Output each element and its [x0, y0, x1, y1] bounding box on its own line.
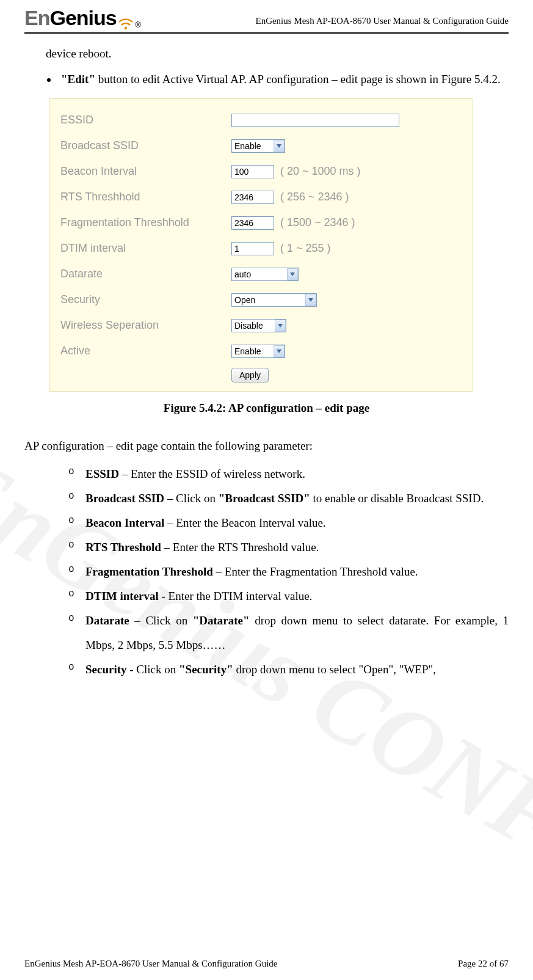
- svg-marker-4: [278, 324, 283, 327]
- list-item-bold: DTIM interval: [85, 590, 159, 602]
- list-item: DTIM interval - Enter the DTIM interval …: [68, 584, 509, 609]
- config-row: DTIM interval1( 1 ~ 255 ): [60, 236, 462, 261]
- list-item-text: – Click on: [164, 492, 219, 505]
- list-item-text2: drop down menu to select "Open", "WEP",: [233, 663, 436, 676]
- svg-marker-3: [308, 298, 313, 302]
- select-value: Enable: [234, 346, 271, 356]
- list-item: ESSID – Enter the ESSID of wireless netw…: [68, 462, 509, 486]
- list-item-text: – Enter the RTS Threshold value.: [161, 541, 319, 554]
- list-item: Broadcast SSID – Click on "Broadcast SSI…: [68, 486, 509, 511]
- logo-part-genius: Genius: [49, 6, 116, 29]
- config-label: DTIM interval: [60, 242, 231, 255]
- list-item-bold2: "Broadcast SSID": [219, 492, 310, 505]
- select-value: Disable: [234, 321, 272, 331]
- config-control: 2346( 1500 ~ 2346 ): [231, 216, 355, 230]
- config-row: ESSID: [60, 108, 462, 133]
- config-control: [231, 114, 399, 127]
- hint-text: ( 1 ~ 255 ): [280, 242, 331, 255]
- footer-right: Page 22 of 67: [458, 959, 509, 969]
- config-label: ESSID: [60, 114, 231, 126]
- list-item-bold: ESSID: [85, 467, 119, 480]
- select-value: Enable: [234, 141, 271, 151]
- svg-marker-2: [290, 272, 295, 276]
- select-dropdown[interactable]: Disable: [231, 319, 286, 332]
- config-row: Wireless SeperationDisable: [60, 313, 462, 338]
- select-dropdown[interactable]: Open: [231, 293, 317, 307]
- page-header: EnGenius ® EnGenius Mesh AP-EOA-8670 Use…: [24, 0, 509, 34]
- config-row: Beacon Interval100( 20 ~ 1000 ms ): [60, 159, 462, 185]
- chevron-down-icon: [274, 345, 285, 357]
- select-dropdown[interactable]: auto: [231, 268, 299, 281]
- config-control: 1( 1 ~ 255 ): [231, 242, 331, 255]
- top-line: device reboot.: [24, 41, 509, 67]
- select-value: Open: [234, 295, 303, 305]
- config-control: 100( 20 ~ 1000 ms ): [231, 165, 361, 178]
- text-input[interactable]: 1: [231, 242, 274, 255]
- list-item-text: – Enter the Fragmentation Threshold valu…: [213, 565, 418, 578]
- list-item-text: – Click on: [129, 614, 193, 627]
- svg-marker-5: [277, 349, 281, 353]
- list-item-text: – Enter the ESSID of wireless network.: [119, 467, 305, 480]
- config-panel: ESSIDBroadcast SSIDEnableBeacon Interval…: [49, 98, 473, 392]
- list-item-bold: Security: [85, 663, 127, 676]
- param-intro: AP configuration – edit page contain the…: [24, 433, 509, 459]
- footer-left: EnGenius Mesh AP-EOA-8670 User Manual & …: [24, 959, 278, 969]
- apply-button[interactable]: Apply: [231, 368, 269, 382]
- list-item-bold: Broadcast SSID: [85, 492, 164, 505]
- figure-caption: Figure 5.4.2: AP configuration – edit pa…: [24, 401, 509, 415]
- logo-part-en: En: [24, 6, 49, 29]
- config-row: RTS Threshhold2346( 256 ~ 2346 ): [60, 185, 462, 210]
- list-item: Datarate – Click on "Datarate" drop down…: [68, 609, 509, 657]
- list-item-bold: Fragmentation Threshold: [85, 565, 213, 578]
- list-item-bold: RTS Threshold: [85, 541, 161, 554]
- list-item: Beacon Interval – Enter the Beacon Inter…: [68, 511, 509, 535]
- list-item-text2: to enable or disable Broadcast SSID.: [310, 492, 484, 505]
- list-item-bold2: "Security": [179, 663, 233, 676]
- chevron-down-icon: [305, 294, 316, 306]
- chevron-down-icon: [287, 268, 298, 280]
- config-row: ActiveEnable: [60, 338, 462, 364]
- chevron-down-icon: [275, 320, 286, 332]
- config-row: Datarateauto: [60, 261, 462, 287]
- list-item-text: - Enter the DTIM interval value.: [159, 590, 313, 602]
- list-item-bold2: "Datarate": [193, 614, 250, 627]
- hint-text: ( 256 ~ 2346 ): [280, 191, 349, 203]
- config-label: Security: [60, 293, 231, 306]
- select-value: auto: [234, 269, 285, 279]
- param-list: ESSID – Enter the ESSID of wireless netw…: [24, 462, 509, 681]
- config-label: Beacon Interval: [60, 165, 231, 178]
- wifi-icon: [118, 16, 134, 30]
- config-control: auto: [231, 268, 299, 281]
- config-control: Open: [231, 293, 317, 307]
- config-label: Broadcast SSID: [60, 139, 231, 152]
- edit-text: button to edit Active Virtual AP. AP con…: [95, 73, 501, 86]
- config-control: Enable: [231, 139, 285, 153]
- header-title: EnGenius Mesh AP-EOA-8670 User Manual & …: [255, 16, 509, 30]
- hint-text: ( 1500 ~ 2346 ): [280, 216, 355, 229]
- svg-point-0: [125, 27, 127, 29]
- config-row: SecurityOpen: [60, 287, 462, 313]
- config-control: Enable: [231, 345, 285, 358]
- list-item-text: - Click on: [127, 663, 179, 676]
- select-dropdown[interactable]: Enable: [231, 139, 285, 153]
- page-footer: EnGenius Mesh AP-EOA-8670 User Manual & …: [24, 959, 509, 969]
- text-input[interactable]: 100: [231, 165, 274, 178]
- config-row: Fragmentation Threshhold2346( 1500 ~ 234…: [60, 210, 462, 236]
- list-item-bold: Datarate: [85, 614, 129, 627]
- text-input[interactable]: [231, 114, 399, 127]
- config-label: RTS Threshhold: [60, 191, 231, 203]
- list-item: Security - Click on "Security" drop down…: [68, 657, 509, 682]
- svg-marker-1: [277, 144, 281, 148]
- text-input[interactable]: 2346: [231, 216, 274, 230]
- config-label: Active: [60, 345, 231, 357]
- list-item: RTS Threshold – Enter the RTS Threshold …: [68, 535, 509, 560]
- edit-bold: "Edit": [61, 73, 95, 86]
- list-item: Fragmentation Threshold – Enter the Frag…: [68, 560, 509, 584]
- edit-bullet: "Edit" button to edit Active Virtual AP.…: [58, 67, 509, 92]
- config-row: Broadcast SSIDEnable: [60, 133, 462, 159]
- config-label: Wireless Seperation: [60, 319, 231, 332]
- config-control: Disable: [231, 319, 286, 332]
- text-input[interactable]: 2346: [231, 191, 274, 204]
- select-dropdown[interactable]: Enable: [231, 345, 285, 358]
- config-label: Fragmentation Threshhold: [60, 216, 231, 229]
